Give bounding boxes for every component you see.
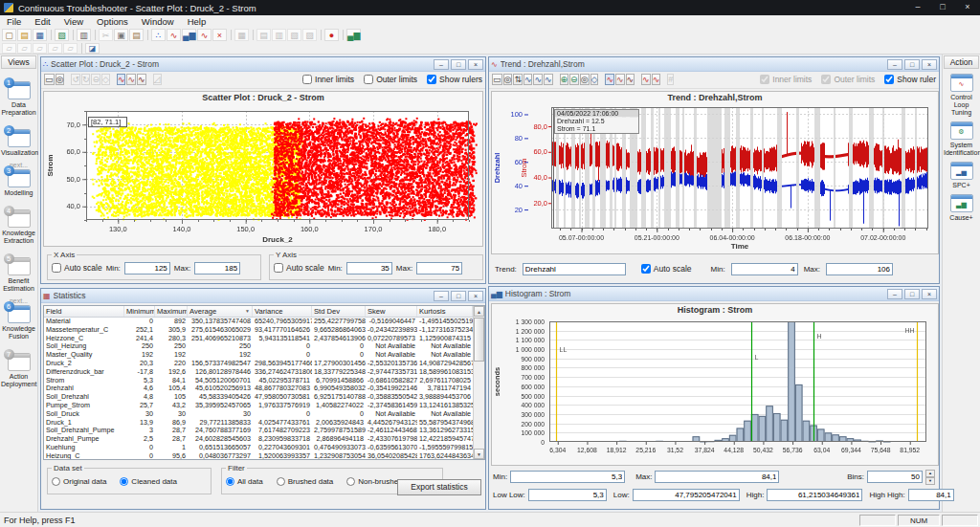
table-row[interactable]: Kuehlung010,6515136650570,2270436093010,… [44,444,484,452]
menu-file[interactable]: File [0,16,28,27]
bins-spinner[interactable]: ▲ ▼ [925,470,935,485]
histogram-minimize-button[interactable]: – [887,289,902,299]
limits-mode-both-icon-button[interactable]: ∿ [117,74,126,85]
excel-export-icon-button[interactable]: ▄▆ [346,29,361,41]
scatter-outer-limits-checkbox[interactable]: Outer limits [364,75,417,84]
scatter-close-button[interactable]: × [468,59,483,70]
trend-minimize-button[interactable]: – [887,59,902,70]
series-drehzahl-icon-button[interactable]: ∿ [626,74,635,85]
zoom-undo-icon-button[interactable]: ↺ [71,74,80,85]
wave-expand-icon-button[interactable]: ∿ [533,74,543,85]
statistics-table-scrollbar[interactable]: ▲ ▼ [473,306,484,459]
limits-mode-inner-icon-button[interactable]: ∿ [126,74,136,85]
column-header-average[interactable]: Average▼ [188,306,253,317]
tile-vertical-icon-button[interactable]: ▱ [33,43,47,54]
scatter-inner-limits-checkbox[interactable]: Inner limits [302,75,354,84]
column-header-field[interactable]: Field [44,306,124,317]
zoom-in-icon-button[interactable]: ⊕ [560,74,569,85]
series-strom-icon-button[interactable]: ∿ [615,74,625,85]
record-icon-button[interactable]: ● [324,29,339,41]
menu-edit[interactable]: Edit [28,16,56,27]
histogram-plot-canvas[interactable] [492,316,936,463]
zoom-reset-icon-button[interactable]: ◇ [101,74,110,85]
column-header-variance[interactable]: Variance [253,306,312,317]
hist-max-input[interactable] [655,471,779,483]
column-header-skew[interactable]: Skew [366,306,417,317]
sidebar-item-data-preparation[interactable]: 1Data Preparation [0,74,37,117]
sidebar-item-knowledge-fusion[interactable]: next...6Knowledge Fusion [0,297,37,340]
magnify-icon-button[interactable]: ◎ [503,74,513,85]
table-row[interactable]: Differenzdruck_bar-17,8192,6126,80128978… [44,368,484,377]
trend-max-input[interactable] [826,263,893,275]
table-row[interactable]: Drehzahl_Pumpe2,528,724,6028285456038,23… [44,435,484,444]
hist-min-input[interactable] [510,471,625,483]
statistics-window-titlebar[interactable]: ▦ Statistics – □ × [41,289,485,303]
histogram-plot-icon-button[interactable]: ▄▆ [182,29,196,41]
statistics-maximize-button[interactable]: □ [451,291,466,301]
arrange-icons-icon-button[interactable]: ▱ [48,43,62,54]
hist-low-input[interactable] [633,489,740,501]
cut-icon-button[interactable]: ✂ [99,29,113,41]
scroll-up-arrow-icon[interactable]: ▲ [474,306,484,317]
statistics-view-icon-button[interactable]: ▤ [256,29,271,41]
grid-toggle-icon-button[interactable]: # [667,74,674,85]
hist-lowlow-input[interactable] [528,489,607,501]
trend-min-input[interactable] [731,263,798,275]
brush-icon-button[interactable]: ▭ [492,74,502,85]
limits-mode-outer-icon-button[interactable]: ∿ [137,74,146,85]
y-max-input[interactable] [416,262,462,274]
x-min-input[interactable] [124,262,170,274]
zoom-box-icon-button[interactable]: ◎ [580,74,590,85]
zoom-redo-icon-button[interactable]: ↻ [81,74,91,85]
sidebar-item-benefit-estimation[interactable]: 5Benefit Estimation [0,250,37,293]
copy-icon-button[interactable]: ▣ [114,29,128,41]
trend-close-button[interactable]: × [922,59,937,70]
tile-horizontal-icon-button[interactable]: ▱ [17,43,32,54]
scatter-plot-canvas[interactable] [44,103,480,245]
sidebar-item-action-deployment[interactable]: 7Action Deployment [0,345,37,388]
regression-icon-button[interactable]: ◿ [153,74,162,85]
import-data-icon-button[interactable]: ▧ [55,29,69,41]
save-icon-button[interactable]: ▦ [33,29,47,41]
new-icon-button[interactable]: ▢ [2,29,16,41]
trend-maximize-button[interactable]: □ [904,59,920,70]
action-item-cause+[interactable]: ▃▆Cause+ [943,194,980,222]
table-row[interactable]: Material0892350,13783574740865240,796530… [44,318,484,326]
trend-show-ruler-checkbox[interactable]: Show ruler [884,75,936,84]
statistics-minimize-button[interactable]: – [434,291,449,301]
menu-view[interactable]: View [57,16,90,27]
trend-series-input[interactable] [523,263,626,275]
limits-plot-icon-button[interactable]: ∿ [197,29,212,41]
trend-inner-limits-checkbox[interactable]: Inner limits [760,75,812,84]
scatter-window-titlebar[interactable]: ∴ Scatter Plot : Druck_2 - Strom – □ × [41,57,485,72]
scatter-show-rulers-checkbox[interactable]: Show rulers [427,75,482,84]
table-row[interactable]: Druck_113,986,929,772113858334,025477433… [44,419,484,428]
action-item-control-loop-tuning[interactable]: ∿Control Loop Tuning [943,74,980,117]
magnify-icon-button[interactable]: ◎ [56,74,65,85]
action-item-spc+[interactable]: ▂▅SPC+ [943,162,980,189]
menu-help[interactable]: Help [181,16,213,27]
print-icon-button[interactable]: ▥ [77,29,91,41]
table-view-icon-button[interactable]: ▦ [234,29,249,41]
spinner-down-icon[interactable]: ▼ [925,477,935,485]
split-axes-icon-button[interactable]: ⇅ [513,74,523,85]
cascade-windows-icon-button[interactable]: ▱ [2,43,16,54]
chart-options-icon-button[interactable]: ▧ [287,29,301,41]
trend-outer-limits-checkbox[interactable]: Outer limits [821,75,875,84]
hist-highhigh-input[interactable] [908,489,954,501]
spinner-up-icon[interactable]: ▲ [925,470,935,477]
zoom-back-icon-button[interactable]: ⊖ [569,74,579,85]
close-all-icon-button[interactable]: ▱ [63,43,78,54]
spikes-down-icon-button[interactable]: ∿ [652,74,661,85]
export-statistics-button[interactable]: Export statistics [397,479,481,495]
trend-window-titlebar[interactable]: ∿ Trend : Drehzahl,Strom – □ × [489,57,939,72]
table-row[interactable]: Massetemperatur_C252,1305,9275,615463065… [44,326,484,335]
table-row[interactable]: Strom5,384,154,50512006070145,0229537871… [44,377,484,385]
histogram-maximize-button[interactable]: □ [904,289,920,299]
scatter-minimize-button[interactable]: – [434,59,449,70]
maximize-button[interactable]: □ [930,0,955,15]
column-header-maximum[interactable]: Maximum [155,306,188,317]
pan-icon-button[interactable]: ◇ [590,74,599,85]
scatter-maximize-button[interactable]: □ [451,59,466,70]
trend-auto-scale-checkbox[interactable]: Auto scale [641,264,692,274]
